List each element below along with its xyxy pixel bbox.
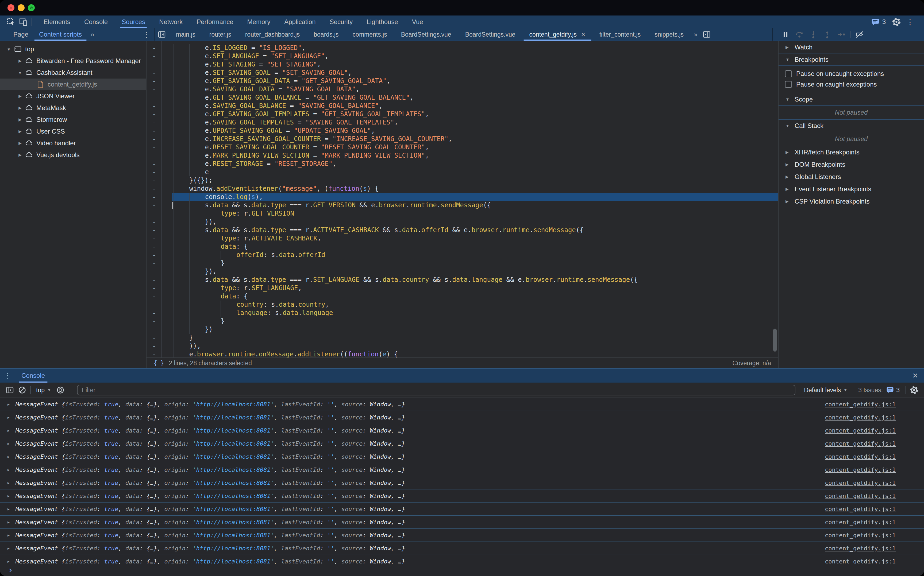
- source-location-link[interactable]: content_getdify.js:1: [825, 414, 896, 421]
- code-line[interactable]: }): [172, 325, 778, 334]
- expand-triangle-icon[interactable]: ▶: [8, 494, 16, 498]
- checkbox[interactable]: [785, 70, 792, 77]
- code-line[interactable]: data: {: [172, 243, 778, 251]
- file-tab-filter-content-js[interactable]: filter_content.js: [592, 28, 648, 41]
- code-line[interactable]: }: [172, 334, 778, 342]
- device-toolbar-icon[interactable]: [17, 16, 29, 27]
- console-message-row[interactable]: ▶MessageEvent {isTrusted: true, data: {……: [0, 529, 924, 542]
- file-tab-router-js[interactable]: router.js: [202, 28, 238, 41]
- code-line[interactable]: e.SAVING_GOAL_TEMPLATES = "SAVING_GOAL_T…: [172, 118, 778, 126]
- navigator-menu-icon[interactable]: ⋮: [139, 28, 154, 41]
- tab-sources[interactable]: Sources: [115, 16, 152, 28]
- expand-triangle-icon[interactable]: ▶: [8, 533, 16, 537]
- code-line[interactable]: s.data && s.data.type === r.GET_VERSION …: [172, 201, 778, 210]
- code-line[interactable]: data: {: [172, 292, 778, 301]
- expand-triangle-icon[interactable]: ▶: [8, 468, 16, 472]
- line-gutter[interactable]: --------------------------------------: [146, 41, 162, 357]
- source-location-link[interactable]: content_getdify.js:1: [825, 440, 896, 447]
- code-line[interactable]: e.INCREASE_SAVING_GOAL_COUNTER = "INCREA…: [172, 135, 778, 143]
- code-line[interactable]: type: r.SET_LANGUAGE,: [172, 284, 778, 292]
- expander-icon[interactable]: ▶: [16, 106, 24, 110]
- show-console-sidebar-icon[interactable]: [4, 384, 16, 396]
- code-line[interactable]: }),: [172, 267, 778, 276]
- section-dom-breakpoints[interactable]: ▶DOM Breakpoints: [778, 158, 924, 171]
- code-line[interactable]: e.SAVING_GOAL_BALANCE = "SAVING_GOAL_BAL…: [172, 102, 778, 110]
- source-location-link[interactable]: content_getdify.js:1: [825, 532, 896, 539]
- code-editor[interactable]: -------------------------------------- e…: [146, 41, 778, 357]
- code-line[interactable]: e.GET_SAVING_GOAL_DATA = "GET_SAVING_GOA…: [172, 77, 778, 85]
- source-location-link[interactable]: content_getdify.js:1: [825, 558, 896, 564]
- code-line[interactable]: language: s.data.language: [172, 309, 778, 317]
- editor-scrollbar-thumb[interactable]: [773, 329, 777, 352]
- code-line[interactable]: s.data && s.data.type === r.ACTIVATE_CAS…: [172, 226, 778, 234]
- inspect-element-icon[interactable]: [5, 16, 17, 27]
- issues-button[interactable]: 3: [871, 18, 886, 26]
- live-expression-icon[interactable]: [54, 384, 67, 396]
- code-line[interactable]: e.SET_LANGUAGE = "SET_LANGUAGE",: [172, 52, 778, 60]
- section-xhr-fetch-breakpoints[interactable]: ▶XHR/fetch Breakpoints: [778, 146, 924, 158]
- code-line[interactable]: }),: [172, 218, 778, 226]
- expand-triangle-icon[interactable]: ▶: [8, 455, 16, 459]
- file-tab-comments-js[interactable]: comments.js: [346, 28, 394, 41]
- section-watch[interactable]: ▶Watch: [778, 41, 924, 53]
- source-location-link[interactable]: content_getdify.js:1: [825, 453, 896, 460]
- clear-console-icon[interactable]: [16, 384, 28, 396]
- more-editor-tabs-icon[interactable]: »: [691, 28, 700, 41]
- code-line[interactable]: )),: [172, 342, 778, 350]
- hide-navigator-icon[interactable]: [156, 29, 168, 40]
- code-line[interactable]: type: r.GET_VERSION: [172, 210, 778, 218]
- deactivate-breakpoints-icon[interactable]: [853, 29, 866, 40]
- step-over-icon[interactable]: [792, 29, 806, 40]
- console-message-row[interactable]: ▶MessageEvent {isTrusted: true, data: {……: [0, 516, 924, 529]
- tab-security[interactable]: Security: [323, 16, 360, 28]
- section-call-stack[interactable]: ▼Call Stack: [778, 120, 924, 132]
- file-tab-boardsettings-vue[interactable]: BoardSettings.vue: [394, 28, 458, 41]
- pause-icon[interactable]: [778, 29, 792, 40]
- tree-item-video-handler[interactable]: ▶Video handler: [0, 137, 146, 149]
- tree-item-cashback-assistant[interactable]: ▼Cashback Assistant: [0, 67, 146, 78]
- code-line[interactable]: e.RESET_SAVING_GOAL_COUNTER = "RESET_SAV…: [172, 143, 778, 152]
- source-location-link[interactable]: content_getdify.js:1: [825, 493, 896, 499]
- file-tab-main-js[interactable]: main.js: [169, 28, 202, 41]
- tab-console[interactable]: Console: [77, 16, 115, 28]
- expand-triangle-icon[interactable]: ▶: [8, 546, 16, 550]
- source-location-link[interactable]: content_getdify.js:1: [825, 427, 896, 434]
- file-tab-snippets-js[interactable]: snippets.js: [648, 28, 691, 41]
- console-message-row[interactable]: ▶MessageEvent {isTrusted: true, data: {……: [0, 476, 924, 490]
- console-message-row[interactable]: ▶MessageEvent {isTrusted: true, data: {……: [0, 398, 924, 411]
- file-tab-router-dashboard-js[interactable]: router_dashboard.js: [238, 28, 307, 41]
- tree-item-vue-js-devtools[interactable]: ▶Vue.js devtools: [0, 149, 146, 161]
- code-line[interactable]: e.GET_SAVING_GOAL_BALANCE = "GET_SAVING_…: [172, 93, 778, 102]
- close-drawer-icon[interactable]: ✕: [906, 369, 924, 382]
- expander-icon[interactable]: ▶: [16, 94, 24, 99]
- console-issues-button[interactable]: 3 Issues: 3: [855, 386, 903, 394]
- settings-gear-icon[interactable]: [890, 16, 903, 27]
- context-selector[interactable]: top ▼: [33, 387, 54, 394]
- tab-elements[interactable]: Elements: [37, 16, 77, 28]
- expander-icon[interactable]: ▶: [16, 59, 24, 63]
- file-tab-content-getdify-js[interactable]: content_getdify.js✕: [523, 28, 592, 41]
- more-options-icon[interactable]: ⋮: [903, 18, 918, 26]
- code-line[interactable]: }: [172, 317, 778, 325]
- open-sidebar-panel-icon[interactable]: [701, 29, 713, 40]
- tab-lighthouse[interactable]: Lighthouse: [359, 16, 405, 28]
- expand-triangle-icon[interactable]: ▶: [8, 402, 16, 406]
- expander-icon[interactable]: ▼: [16, 70, 24, 75]
- breakpoint-gutter[interactable]: [162, 41, 172, 357]
- section-event-listener-breakpoints[interactable]: ▶Event Listener Breakpoints: [778, 183, 924, 195]
- source-location-link[interactable]: content_getdify.js:1: [825, 506, 896, 512]
- code-line[interactable]: e: [172, 168, 778, 176]
- console-message-row[interactable]: ▶MessageEvent {isTrusted: true, data: {……: [0, 424, 924, 437]
- code-line[interactable]: e.IS_LOGGED = "IS_LOGGED",: [172, 44, 778, 52]
- code-line[interactable]: e.browser.runtime.onMessage.addListener(…: [172, 350, 778, 357]
- code-line[interactable]: e.SAVING_GOAL_DATA = "SAVING_GOAL_DATA",: [172, 85, 778, 93]
- more-tabs-icon[interactable]: »: [87, 28, 97, 41]
- tree-item-stormcrow[interactable]: ▶Stormcrow: [0, 114, 146, 126]
- code-line[interactable]: country: s.data.country,: [172, 301, 778, 309]
- code-line[interactable]: e.GET_SAVING_GOAL_TEMPLATES = "GET_SAVIN…: [172, 110, 778, 118]
- code-line[interactable]: e.SET_STAGING = "SET_STAGING",: [172, 60, 778, 69]
- close-window-button[interactable]: ✕: [8, 4, 14, 11]
- navigator-tab-content-scripts[interactable]: Content scripts: [34, 28, 87, 41]
- tree-item-bitwarden-free-password-manager[interactable]: ▶Bitwarden - Free Password Manager: [0, 55, 146, 67]
- code-line[interactable]: offerId: s.data.offerId: [172, 251, 778, 259]
